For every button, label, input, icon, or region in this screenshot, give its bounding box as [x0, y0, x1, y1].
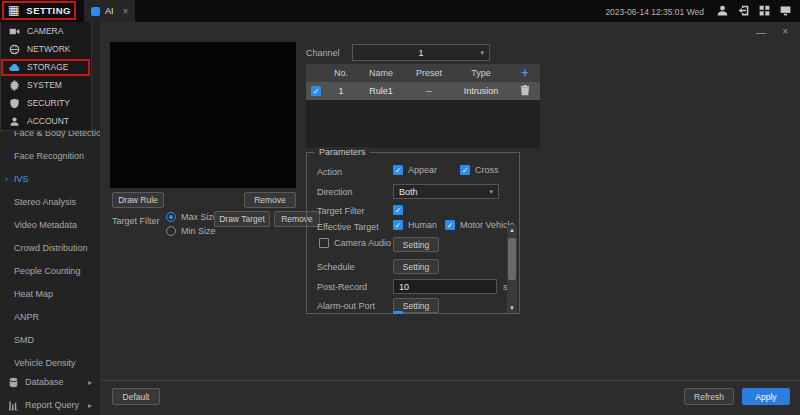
check-icon: ✓: [312, 87, 320, 97]
menu-item-camera[interactable]: CAMERA: [1, 22, 91, 40]
sidebar-item-crowd-distribution[interactable]: Crowd Distribution: [0, 237, 100, 260]
direction-value: Both: [399, 187, 418, 197]
channel-select[interactable]: 1 ▾: [352, 44, 490, 61]
menu-item-system[interactable]: SYSTEM: [1, 76, 91, 94]
appear-label: Appear: [408, 165, 437, 175]
tab-close-icon[interactable]: ×: [123, 6, 129, 17]
logout-icon[interactable]: [737, 4, 750, 17]
col-name: Name: [356, 68, 406, 78]
max-size-label: Max Size: [181, 212, 218, 222]
layout-grid-icon[interactable]: [758, 4, 771, 17]
checkbox-icon[interactable]: ✓: [445, 220, 455, 230]
network-icon: [9, 44, 20, 55]
check-icon: ✓: [394, 221, 402, 231]
sidebar-item-ivs[interactable]: ›IVS: [0, 168, 100, 191]
cross-checkbox[interactable]: ✓ Cross: [460, 165, 499, 175]
radio-icon[interactable]: [166, 226, 176, 236]
menu-item-security[interactable]: SECURITY: [1, 94, 91, 112]
sidebar-item-video-metadata[interactable]: Video Metadata: [0, 214, 100, 237]
ai-tab-label: AI: [105, 6, 114, 16]
post-record-input[interactable]: [393, 279, 497, 294]
sidebar-item-label: Vehicle Density: [14, 358, 76, 368]
cell-preset: --: [406, 86, 452, 96]
window-close-icon[interactable]: ×: [782, 26, 788, 37]
cell-type: Intrusion: [452, 86, 510, 96]
video-preview[interactable]: [110, 42, 296, 188]
direction-label: Direction: [317, 187, 353, 197]
post-record-label: Post-Record: [317, 282, 367, 292]
checkbox-icon[interactable]: ✓: [393, 220, 403, 230]
sidebar-item-label: People Counting: [14, 266, 81, 276]
sidebar-item-database[interactable]: Database ▸: [0, 372, 100, 392]
storage-icon: [9, 62, 20, 73]
sidebar-item-label: Crowd Distribution: [14, 243, 88, 253]
checkbox-icon[interactable]: ✓: [393, 165, 403, 175]
menu-item-network[interactable]: NETWORK: [1, 40, 91, 58]
default-button[interactable]: Default: [112, 388, 160, 405]
user-icon[interactable]: [716, 4, 729, 17]
setting-menu-button[interactable]: ▦ SETTING: [8, 4, 71, 16]
appear-checkbox[interactable]: ✓ Appear: [393, 165, 437, 175]
checkbox-icon[interactable]: ✓: [460, 165, 470, 175]
checkbox-icon[interactable]: [319, 238, 329, 248]
tab-ai[interactable]: AI ×: [84, 0, 135, 22]
cross-label: Cross: [475, 165, 499, 175]
draw-target-button[interactable]: Draw Target: [214, 211, 270, 227]
direction-select[interactable]: Both ▾: [393, 184, 499, 199]
sidebar-item-smd[interactable]: SMD: [0, 329, 100, 352]
sidebar-item-label: Face Recognition: [14, 151, 84, 161]
draw-rule-button[interactable]: Draw Rule: [112, 192, 164, 208]
sidebar-item-label: ANPR: [14, 312, 39, 322]
rules-table: No. Name Preset Type + ✓ 1 Rule1 -- Intr…: [306, 64, 540, 148]
parameters-title: Parameters: [315, 147, 370, 157]
sidebar-item-face-recognition[interactable]: Face Recognition: [0, 145, 100, 168]
row-checkbox[interactable]: ✓: [311, 86, 321, 96]
window-minimize-icon[interactable]: —: [756, 27, 766, 38]
col-no: No.: [326, 68, 356, 78]
chevron-down-icon: ▾: [489, 188, 493, 196]
effective-target-label: Effective Target: [317, 222, 379, 232]
table-row[interactable]: ✓ 1 Rule1 -- Intrusion: [306, 82, 540, 100]
report-icon: [8, 400, 19, 411]
radio-icon[interactable]: [166, 212, 176, 222]
apply-button[interactable]: Apply: [742, 388, 790, 405]
rules-table-header: No. Name Preset Type +: [306, 64, 540, 82]
sidebar-item-label: Heat Map: [14, 289, 53, 299]
monitor-icon[interactable]: [779, 4, 792, 17]
human-checkbox[interactable]: ✓ Human: [393, 220, 437, 230]
scroll-down-icon[interactable]: ▼: [507, 303, 517, 313]
menu-item-account[interactable]: ACCOUNT: [1, 112, 91, 130]
refresh-button[interactable]: Refresh: [684, 388, 734, 405]
sidebar-item-label: Report Query: [25, 400, 79, 410]
trash-icon: [520, 85, 530, 96]
min-size-radio[interactable]: Min Size: [166, 226, 216, 236]
camera-audio-setting-button[interactable]: Setting: [393, 237, 439, 252]
brand-label: SETTING: [26, 5, 71, 16]
motor-vehicle-checkbox[interactable]: ✓ Motor Vehicle: [445, 220, 515, 230]
camera-audio-checkbox[interactable]: Camera Audio: [319, 238, 391, 248]
database-icon: [8, 377, 19, 388]
sidebar-item-label: SMD: [14, 335, 34, 345]
ai-tab-icon: [91, 7, 100, 16]
schedule-setting-button[interactable]: Setting: [393, 259, 439, 274]
sidebar-item-heat-map[interactable]: Heat Map: [0, 283, 100, 306]
menu-item-label: SECURITY: [27, 98, 70, 108]
sidebar-item-stereo-analysis[interactable]: Stereo Analysis: [0, 191, 100, 214]
add-rule-button[interactable]: +: [510, 66, 540, 80]
active-arrow-icon: ›: [5, 168, 8, 191]
datetime-label: 2023-06-14 12:35:01 Wed: [605, 7, 704, 17]
channel-label: Channel: [306, 48, 340, 58]
target-filter-checkbox[interactable]: ✓: [393, 205, 403, 215]
sidebar-item-anpr[interactable]: ANPR: [0, 306, 100, 329]
delete-rule-button[interactable]: [510, 85, 540, 98]
sidebar-item-people-counting[interactable]: People Counting: [0, 260, 100, 283]
scroll-up-icon[interactable]: ▲: [507, 225, 517, 235]
max-size-radio[interactable]: Max Size: [166, 212, 218, 222]
remove-rule-button[interactable]: Remove: [244, 192, 296, 208]
parameters-scrollbar[interactable]: ▲ ▼: [507, 225, 517, 313]
menu-item-label: SYSTEM: [27, 80, 62, 90]
sidebar-item-report-query[interactable]: Report Query ▸: [0, 395, 100, 415]
menu-item-storage[interactable]: STORAGE: [1, 58, 91, 76]
scrollbar-thumb[interactable]: [508, 238, 516, 280]
action-label: Action: [317, 167, 342, 177]
